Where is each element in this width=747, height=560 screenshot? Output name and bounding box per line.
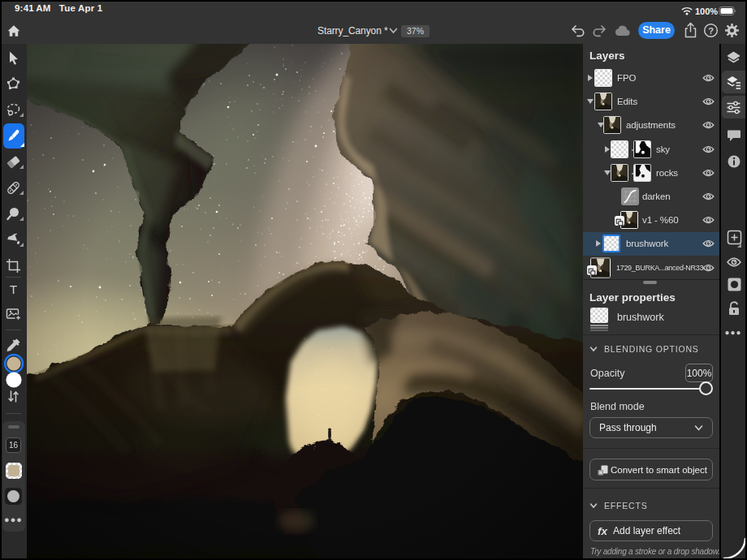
svg-text:100%: 100% — [695, 6, 718, 16]
svg-text:?: ? — [708, 26, 714, 36]
